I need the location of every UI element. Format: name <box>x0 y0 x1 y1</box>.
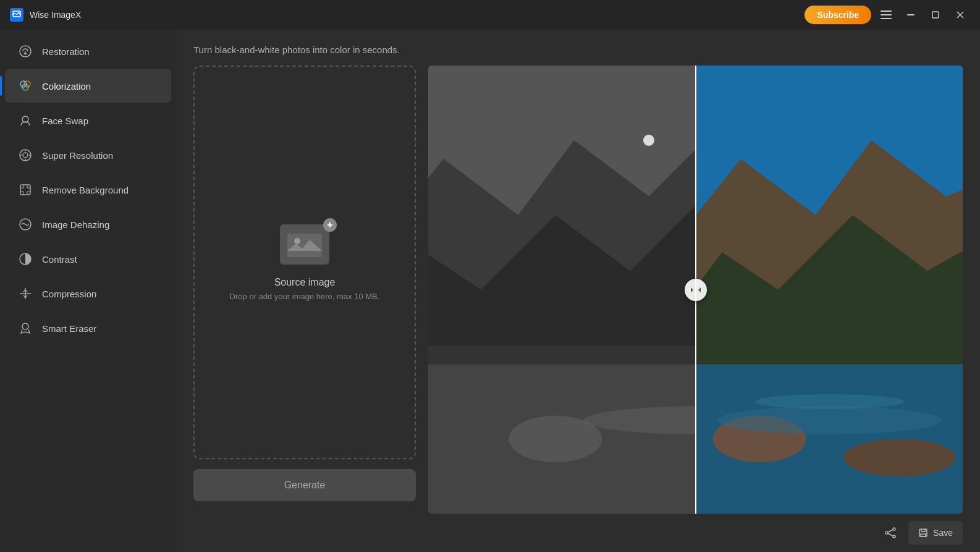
super-resolution-icon <box>17 147 33 163</box>
svg-line-52 <box>888 533 893 536</box>
sidebar-item-label: Smart Eraser <box>42 323 96 334</box>
sidebar-item-super-resolution[interactable]: Super Resolution <box>5 138 171 172</box>
titlebar-right: Subscribe <box>805 5 970 25</box>
comparison-color-inner <box>696 66 963 514</box>
svg-point-46 <box>717 406 942 434</box>
sidebar-item-label: Remove Background <box>42 185 129 195</box>
app-logo <box>10 8 23 22</box>
svg-point-16 <box>23 153 28 158</box>
upload-label: Source image <box>274 277 336 288</box>
sidebar-item-face-swap[interactable]: Face Swap <box>5 104 171 137</box>
colorization-icon <box>17 78 33 94</box>
menu-button[interactable] <box>876 5 896 25</box>
svg-point-26 <box>22 323 28 329</box>
upload-area[interactable]: + Source image Drop or add your image he… <box>193 66 416 459</box>
sidebar-item-smart-eraser[interactable]: Smart Eraser <box>5 312 171 345</box>
subscribe-button[interactable]: Subscribe <box>805 6 871 24</box>
comparison-color-side <box>696 66 963 514</box>
sidebar-item-compression[interactable]: Compression <box>5 277 171 310</box>
svg-point-48 <box>893 528 895 530</box>
content-subtitle: Turn black-and-white photos into color i… <box>193 45 400 55</box>
titlebar-left: Wise ImageX <box>10 8 81 22</box>
sidebar: Restoration Colorization Face Swap <box>0 30 176 552</box>
smart-eraser-icon <box>17 320 33 336</box>
maximize-button[interactable] <box>926 5 945 25</box>
bottom-toolbar: Save <box>176 514 980 552</box>
svg-rect-21 <box>20 185 30 195</box>
main-layout: Restoration Colorization Face Swap <box>0 30 980 552</box>
svg-point-45 <box>843 439 955 476</box>
sidebar-item-label: Face Swap <box>42 116 88 126</box>
svg-rect-4 <box>881 18 892 19</box>
sidebar-item-label: Compression <box>42 289 96 299</box>
svg-point-28 <box>294 238 300 244</box>
titlebar: Wise ImageX Subscribe <box>0 0 980 30</box>
app-title: Wise ImageX <box>30 10 81 20</box>
sidebar-item-contrast[interactable]: Contrast <box>5 242 171 276</box>
svg-point-47 <box>754 394 904 409</box>
svg-point-50 <box>893 535 895 538</box>
sidebar-item-label: Colorization <box>42 81 91 91</box>
upload-image-icon <box>280 224 329 265</box>
save-button[interactable]: Save <box>908 521 963 545</box>
content-area: Turn black-and-white photos into color i… <box>176 30 980 552</box>
content-header: Turn black-and-white photos into color i… <box>176 30 980 66</box>
contrast-icon <box>17 251 33 267</box>
sidebar-item-label: Contrast <box>42 254 77 265</box>
share-button[interactable] <box>879 521 902 545</box>
svg-point-1 <box>18 12 19 14</box>
upload-plus-icon: + <box>323 218 337 232</box>
svg-point-37 <box>643 135 654 146</box>
svg-rect-6 <box>932 12 939 18</box>
save-label: Save <box>933 528 953 538</box>
upload-icon-wrapper: + <box>280 224 329 265</box>
svg-rect-5 <box>907 14 915 15</box>
restoration-icon <box>17 43 33 59</box>
sidebar-item-label: Super Resolution <box>42 150 113 161</box>
comparison-container[interactable] <box>428 66 963 514</box>
sidebar-item-label: Restoration <box>42 46 90 57</box>
svg-point-49 <box>885 532 888 534</box>
sidebar-item-restoration[interactable]: Restoration <box>5 35 171 68</box>
remove-background-icon <box>17 182 33 198</box>
face-swap-icon <box>17 113 33 129</box>
svg-rect-2 <box>881 11 892 12</box>
compression-icon <box>17 286 33 302</box>
sidebar-item-label: Image Dehazing <box>42 219 109 230</box>
sidebar-item-remove-background[interactable]: Remove Background <box>5 173 171 206</box>
close-button[interactable] <box>950 5 970 25</box>
upload-sublabel: Drop or add your image here, max 10 MB. <box>230 292 380 301</box>
sidebar-item-image-dehazing[interactable]: Image Dehazing <box>5 208 171 241</box>
generate-button[interactable]: Generate <box>193 469 416 501</box>
comparison-panel <box>428 66 963 514</box>
svg-line-51 <box>888 530 893 532</box>
sidebar-item-colorization[interactable]: Colorization <box>5 69 171 103</box>
image-dehazing-icon <box>17 216 33 232</box>
minimize-button[interactable] <box>901 5 921 25</box>
svg-rect-3 <box>881 14 892 15</box>
svg-rect-27 <box>287 234 322 257</box>
content-body: + Source image Drop or add your image he… <box>176 66 980 514</box>
left-panel: + Source image Drop or add your image he… <box>193 66 416 514</box>
comparison-handle[interactable] <box>685 279 707 301</box>
